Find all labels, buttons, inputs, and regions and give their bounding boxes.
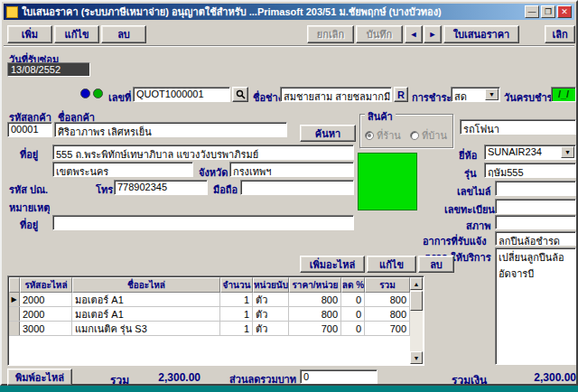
- search-doc-button[interactable]: [232, 87, 248, 102]
- province-label: จังหวัด: [199, 164, 228, 181]
- cell-qty: 1: [220, 293, 253, 306]
- due-date-field[interactable]: /_/: [551, 87, 576, 102]
- add-part-button[interactable]: เพิ่มอะไหล่: [300, 256, 365, 273]
- table-row[interactable]: 3000 แมกเนติค รุ่น S3 1 ตัว 700 0 700: [9, 322, 410, 336]
- cell-part-name: มอเตอร์ A1: [72, 307, 220, 321]
- receive-date-field[interactable]: 13/08/2552: [7, 62, 90, 77]
- customer-name-field[interactable]: ศิริอาภาพร เลิศหรูเย็น: [54, 122, 287, 137]
- titlebar: ใบเสนอราคา (ระบบภาษีเหมาจ่าย) อนุญาตใช้ส…: [4, 4, 574, 20]
- radio-home-icon: [410, 131, 419, 140]
- cell-discount: 0: [341, 307, 365, 321]
- prev-record-button[interactable]: ◄: [405, 25, 423, 43]
- scroll-thumb[interactable]: [410, 291, 423, 311]
- plate-field[interactable]: [495, 199, 576, 214]
- cell-unit: ตัว: [253, 307, 289, 321]
- header-discount: ลด %: [341, 277, 365, 293]
- address-label: ที่อยู่: [20, 146, 38, 163]
- scroll-up-icon[interactable]: ▲: [410, 277, 423, 290]
- delete-part-button[interactable]: ลบ: [418, 256, 454, 273]
- header-unit: หน่วยนับ: [253, 277, 289, 293]
- cell-discount: 0: [341, 293, 365, 306]
- note-address-field[interactable]: [52, 215, 354, 230]
- model-field[interactable]: ฤษัม555: [484, 163, 576, 178]
- row-selector[interactable]: ▶: [9, 293, 20, 306]
- condition-label: สภาพ: [466, 218, 490, 234]
- header-qty: จำนวน: [220, 277, 253, 293]
- grand-total-value: 2,300.00: [504, 371, 576, 384]
- symptom-field[interactable]: ลูกปืนล้อชำรุด: [495, 231, 576, 246]
- cell-part-code: 3000: [20, 322, 72, 335]
- phone-field[interactable]: 778902345: [114, 180, 208, 195]
- edit-part-button[interactable]: แก้ไข: [367, 256, 416, 273]
- parts-table: รหัสอะไหล่ ชื่ออะไหล่ จำนวน หน่วยนับ ราค…: [7, 275, 424, 366]
- customer-search-button[interactable]: ค้นหา: [300, 125, 356, 142]
- mobile-field[interactable]: [240, 180, 354, 195]
- payment-dropdown-arrow-icon[interactable]: ▼: [485, 89, 499, 100]
- edit-button[interactable]: แก้ไข: [54, 25, 99, 43]
- maximize-button[interactable]: ❐: [541, 5, 555, 18]
- vehicle-field[interactable]: รถโฟนา: [460, 119, 576, 135]
- exit-button[interactable]: เลิก: [545, 25, 575, 43]
- payment-dropdown[interactable]: สด ▼: [451, 87, 500, 102]
- discount-field[interactable]: 0: [300, 369, 378, 384]
- table-scrollbar[interactable]: ▲ ▼: [410, 277, 423, 364]
- cell-total: 700: [365, 322, 410, 335]
- technician-field[interactable]: สมชายสาม สายชลมากมี: [280, 87, 392, 102]
- quotation-button[interactable]: ใบเสนอราคา: [443, 25, 519, 43]
- service-textarea[interactable]: เปลี่ยนลูกปืนล้อ อัดจารบี: [495, 247, 576, 365]
- brand-label: ยี่ห้อ: [459, 147, 477, 163]
- product-option-shop[interactable]: ที่ร้าน: [365, 127, 401, 144]
- address1-field[interactable]: 555 ถ.พระพิทักษ์เทษาภิบาล แขวงวังบูรพาภิ…: [52, 145, 354, 160]
- cell-unit: ตัว: [253, 293, 289, 306]
- row-selector[interactable]: [9, 307, 20, 321]
- header-part-code: รหัสอะไหล่: [20, 277, 72, 293]
- status-blue-icon: [80, 89, 90, 98]
- condition-field[interactable]: [495, 215, 576, 229]
- radio-shop-icon: [365, 131, 374, 140]
- plate-label: เลขทะเบียน: [444, 201, 495, 218]
- add-button[interactable]: เพิ่ม: [7, 25, 52, 43]
- product-option-home-label: ที่บ้าน: [422, 127, 447, 144]
- province-field[interactable]: กรุงเทพฯ: [229, 162, 354, 177]
- quotation-window: ใบเสนอราคา (ระบบภาษีเหมาจ่าย) อนุญาตใช้ส…: [0, 0, 578, 386]
- due-date-label: วันครบชำระ: [504, 89, 557, 106]
- cell-qty: 1: [220, 322, 253, 335]
- cell-unit-price: 800: [289, 293, 341, 306]
- brand-dropdown[interactable]: SUNAIR234 ▼: [484, 145, 576, 160]
- customer-code-field[interactable]: 00001: [7, 122, 52, 137]
- scroll-down-icon[interactable]: ▼: [410, 351, 423, 364]
- table-row[interactable]: ▶ 2000 มอเตอร์ A1 1 ตัว 800 0 800: [9, 293, 410, 307]
- postal-label: รหัส ปณ.: [9, 182, 48, 198]
- print-parts-button[interactable]: พิมพ์อะไหล่: [7, 369, 72, 386]
- toolbar-separator: [4, 45, 574, 47]
- doc-no-field[interactable]: QUOT1000001: [133, 87, 230, 102]
- total-value: 2,300.00: [144, 371, 200, 384]
- phone-label: โทร: [96, 182, 113, 198]
- table-row[interactable]: 2000 มอเตอร์ A1 1 ตัว 800 0 800: [9, 307, 410, 322]
- magnifier-icon: [236, 89, 246, 99]
- delete-button[interactable]: ลบ: [101, 25, 146, 43]
- doc-no-label: เลขที่: [108, 89, 131, 106]
- r-button[interactable]: R: [394, 87, 408, 102]
- row-selector[interactable]: [9, 322, 20, 335]
- brand-dropdown-arrow-icon[interactable]: ▼: [561, 146, 574, 158]
- next-record-button[interactable]: ►: [424, 25, 442, 43]
- header-selector-cell: [9, 277, 20, 293]
- app-icon: [6, 6, 18, 18]
- minimize-button[interactable]: —: [525, 5, 539, 18]
- header-total: รวม: [365, 277, 410, 293]
- note-address-label: ที่อยู่: [20, 217, 38, 233]
- save-button[interactable]: บันทึก: [356, 25, 403, 43]
- cell-part-name: มอเตอร์ A1: [72, 293, 220, 306]
- technician-label: ชื่อช่าง: [253, 89, 283, 106]
- product-option-home[interactable]: ที่บ้าน: [410, 127, 447, 144]
- cancel-button[interactable]: ยกเลิก: [307, 25, 354, 43]
- close-button[interactable]: ✕: [557, 5, 572, 18]
- parts-table-body: ▶ 2000 มอเตอร์ A1 1 ตัว 800 0 800 2000 ม…: [9, 293, 410, 364]
- note-label: หมายเหตุ: [9, 200, 50, 216]
- mileage-field[interactable]: [495, 181, 576, 196]
- cell-unit-price: 700: [289, 322, 341, 335]
- product-group-label: สินค้า: [365, 108, 396, 125]
- header-unit-price: ราคา/หน่วย: [289, 277, 341, 293]
- address2-field[interactable]: เขตพระนคร: [52, 162, 193, 177]
